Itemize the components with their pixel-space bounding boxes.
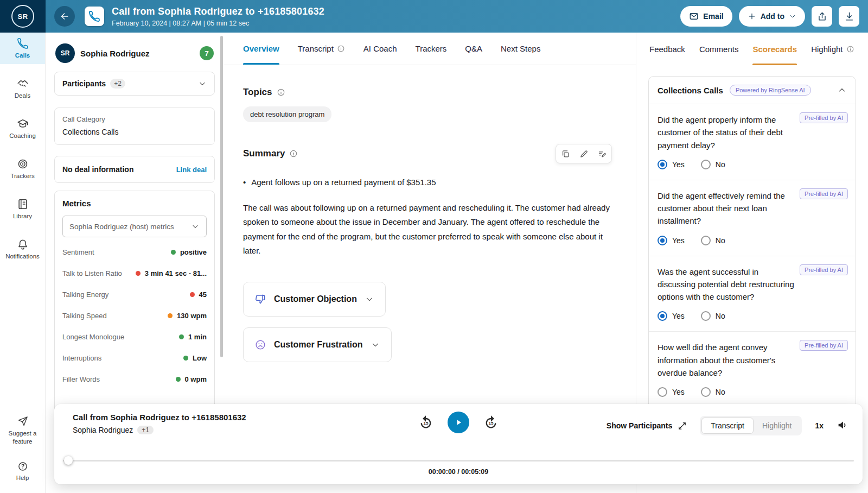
sidebar-item-suggest-feature[interactable]: Suggest a feature <box>0 411 45 451</box>
tab-overview[interactable]: Overview <box>243 33 279 65</box>
player-host-name: Sophia Rodriguez <box>73 426 133 434</box>
tab-scorecards[interactable]: Scorecards <box>752 33 797 65</box>
edit-summary-button[interactable] <box>575 144 593 163</box>
sidebar-item-calls[interactable]: Calls <box>0 33 45 64</box>
metric-value: 1 min <box>188 333 207 341</box>
copy-summary-button[interactable] <box>556 144 575 163</box>
metric-value: Low <box>193 354 207 362</box>
participants-extra-badge: +2 <box>110 79 125 89</box>
metric-label: Filler Words <box>62 375 100 383</box>
scorecard-title: Collections Calls <box>658 86 723 95</box>
scorecard-question: Was the agent successful in discussing p… <box>649 256 856 332</box>
transcript-highlight-toggle: Transcript Highlight <box>700 416 802 435</box>
pencil-icon <box>579 149 589 159</box>
call-category-label: Call Category <box>62 115 207 123</box>
summary-heading-row: Summary <box>243 144 612 163</box>
scorecard-question: Did the agent properly inform the custom… <box>649 104 856 180</box>
seek-track[interactable] <box>63 460 854 462</box>
sidebar-item-deals[interactable]: Deals <box>0 73 45 104</box>
header-title-block: Call from Sophia Rodriguez to +161858016… <box>112 6 324 27</box>
add-to-button[interactable]: Add to <box>739 6 805 27</box>
summary-paragraph: The call was about following up on a ret… <box>243 201 612 258</box>
radio-no[interactable] <box>701 160 711 169</box>
metric-label: Interruptions <box>62 354 101 362</box>
metrics-selector[interactable]: Sophia Rodriguez (host) metrics <box>62 216 207 237</box>
forward-15-button[interactable]: 15 <box>483 415 499 430</box>
sidebar-item-trackers[interactable]: Trackers <box>0 153 45 185</box>
avatar-initials: SR <box>17 12 28 21</box>
chevron-down-icon <box>365 294 374 304</box>
email-button[interactable]: Email <box>680 6 732 27</box>
download-button[interactable] <box>839 6 859 27</box>
radio-label: Yes <box>672 388 685 396</box>
toggle-highlight[interactable]: Highlight <box>754 418 800 434</box>
regenerate-summary-button[interactable] <box>593 144 611 163</box>
tab-transcript[interactable]: Transcript <box>298 33 345 65</box>
scorecard-question: How well did the agent convey informatio… <box>649 331 856 407</box>
status-dot <box>168 313 173 318</box>
radio-no[interactable] <box>701 311 711 321</box>
participants-expander[interactable]: Participants +2 <box>54 72 215 96</box>
volume-button[interactable] <box>837 419 848 433</box>
deal-card: No deal information Link deal <box>54 156 215 183</box>
chevron-up-icon[interactable] <box>837 85 847 95</box>
radio-yes[interactable] <box>658 236 667 245</box>
phone-icon <box>88 10 100 22</box>
tab-ai-coach[interactable]: AI Coach <box>363 33 397 65</box>
sidebar-item-coaching[interactable]: Coaching <box>0 113 45 144</box>
show-participants-button[interactable]: Show Participants <box>607 421 687 431</box>
metric-row: Talking Speed 130 wpm <box>62 305 207 326</box>
page-title: Call from Sophia Rodriguez to +161858016… <box>112 6 324 17</box>
tab-next-steps[interactable]: Next Steps <box>501 33 540 65</box>
link-deal-link[interactable]: Link deal <box>176 166 207 174</box>
plus-icon <box>748 12 756 21</box>
radio-yes[interactable] <box>658 160 667 169</box>
avatar: SR <box>55 43 75 63</box>
metric-row: Longest Monologue 1 min <box>62 326 207 347</box>
seek-bar[interactable] <box>63 456 854 465</box>
player-top-row: Call from Sophia Rodriguez to +161858016… <box>54 404 863 443</box>
radio-no[interactable] <box>701 236 711 245</box>
tab-highlight[interactable]: Highlight <box>811 33 854 65</box>
answer-options: Yes No <box>658 236 847 245</box>
tab-feedback[interactable]: Feedback <box>649 33 685 65</box>
topic-tag[interactable]: debt resolution program <box>243 106 331 122</box>
customer-frustration-expander[interactable]: Customer Frustration <box>243 327 392 362</box>
user-avatar[interactable]: SR <box>11 5 34 28</box>
copy-icon <box>561 149 570 159</box>
radio-no[interactable] <box>701 387 711 397</box>
status-dot <box>179 334 184 339</box>
metric-label: Talking Speed <box>62 312 107 320</box>
back-button[interactable] <box>54 6 75 27</box>
toggle-transcript[interactable]: Transcript <box>701 418 754 434</box>
question-text: Was the agent successful in discussing p… <box>658 266 795 304</box>
sidebar-item-notifications[interactable]: Notifications <box>0 233 45 265</box>
graduation-cap-icon <box>17 118 29 130</box>
right-tabs: Feedback Comments Scorecards Highlight <box>636 33 868 65</box>
main-scrollbar[interactable] <box>220 36 223 357</box>
share-icon <box>817 11 827 22</box>
tab-comments[interactable]: Comments <box>699 33 739 65</box>
share-button[interactable] <box>812 6 832 27</box>
customer-objection-expander[interactable]: Customer Objection <box>243 282 386 317</box>
play-button[interactable] <box>448 412 469 433</box>
status-dot <box>176 377 181 382</box>
prefilled-by-ai-badge: Pre-filled by AI <box>800 188 848 199</box>
sidebar-item-library[interactable]: Library <box>0 193 45 225</box>
answer-options: Yes No <box>658 387 847 397</box>
radio-label: No <box>716 160 725 169</box>
sidebar-item-help[interactable]: Help <box>0 456 45 486</box>
book-icon <box>17 198 29 210</box>
tab-trackers[interactable]: Trackers <box>416 33 447 65</box>
radio-label: Yes <box>672 312 685 320</box>
rewind-15-button[interactable]: 15 <box>418 415 433 430</box>
nav-label: Coaching <box>9 132 36 139</box>
info-icon[interactable] <box>277 88 285 97</box>
radio-yes[interactable] <box>658 387 667 397</box>
playback-speed-button[interactable]: 1x <box>815 421 824 430</box>
tab-qa[interactable]: Q&A <box>465 33 482 65</box>
radio-yes[interactable] <box>658 311 667 321</box>
seek-handle[interactable] <box>64 456 73 465</box>
host-name: Sophia Rodriguez <box>80 49 150 58</box>
info-icon[interactable] <box>289 149 298 158</box>
